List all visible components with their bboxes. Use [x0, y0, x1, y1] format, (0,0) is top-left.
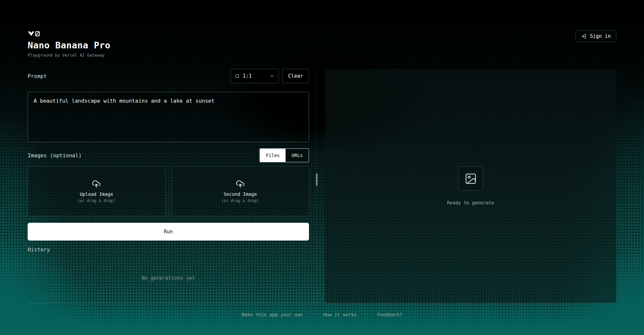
footer: Make this app your own · How it works · …: [28, 303, 616, 335]
preview-panel: Ready to generate: [325, 69, 616, 303]
prompt-textarea[interactable]: A beautiful landscape with mountains and…: [28, 92, 309, 142]
prompt-toolbar: Prompt 1:1 Clear: [28, 69, 309, 83]
second-image-dropzone[interactable]: Second Image (or drag & drop): [172, 167, 309, 216]
upload-hint: (or drag & drop): [221, 198, 259, 203]
sign-in-button[interactable]: Sign in: [575, 30, 616, 42]
footer-link-how-it-works[interactable]: How it works: [323, 312, 357, 317]
preview-status-text: Ready to generate: [447, 200, 494, 205]
prompt-label: Prompt: [28, 73, 47, 79]
upload-image-dropzone[interactable]: Upload Image (or drag & drop): [28, 167, 165, 216]
history-empty-state: No generations yet: [28, 253, 309, 303]
brand-block: Nano Banana Pro Playground by Vercel AI …: [28, 30, 110, 58]
log-in-icon: [581, 34, 586, 39]
main: Prompt 1:1 Clear A beautiful landscape w…: [28, 69, 616, 303]
cloud-upload-icon: [236, 180, 245, 190]
footer-link-make-your-own[interactable]: Make this app your own: [242, 312, 303, 317]
chevron-down-icon: [269, 74, 274, 79]
page-title: Nano Banana Pro: [28, 40, 110, 50]
clear-button[interactable]: Clear: [282, 69, 309, 83]
upload-hint: (or drag & drop): [77, 198, 116, 203]
header: Nano Banana Pro Playground by Vercel AI …: [28, 30, 616, 58]
run-button[interactable]: Run: [28, 223, 309, 241]
history-label: History: [28, 246, 309, 253]
page-subtitle: Playground by Vercel AI Gateway: [28, 53, 110, 58]
sign-in-label: Sign in: [590, 33, 611, 39]
tab-files[interactable]: Files: [260, 149, 286, 162]
aspect-ratio-value: 1:1: [243, 73, 252, 79]
page: Nano Banana Pro Playground by Vercel AI …: [0, 0, 644, 335]
upload-title: Upload Image: [80, 192, 113, 197]
cloud-upload-icon: [92, 180, 101, 190]
tab-urls[interactable]: URLs: [286, 149, 309, 162]
panel-resize-handle[interactable]: [316, 173, 318, 186]
footer-separator: ·: [312, 312, 314, 317]
footer-separator: ·: [366, 312, 368, 317]
images-toolbar: Images (optional) Files URLs: [28, 148, 309, 162]
aspect-ratio-select[interactable]: 1:1: [231, 69, 279, 83]
v0-logo-icon: [28, 30, 110, 37]
upload-title: Second Image: [224, 192, 257, 197]
images-label: Images (optional): [28, 152, 82, 159]
image-icon: [464, 172, 477, 185]
square-icon: [235, 74, 239, 78]
panel-gutter: [309, 69, 325, 303]
panel-divider-line: [317, 69, 317, 303]
controls-column: Prompt 1:1 Clear A beautiful landscape w…: [28, 69, 309, 303]
upload-dropzones: Upload Image (or drag & drop) Second Ima…: [28, 167, 309, 216]
image-source-toggle: Files URLs: [260, 148, 309, 162]
image-placeholder-frame: [459, 167, 483, 191]
footer-links: Make this app your own · How it works · …: [28, 312, 616, 317]
footer-link-feedback[interactable]: Feedback?: [377, 312, 402, 317]
